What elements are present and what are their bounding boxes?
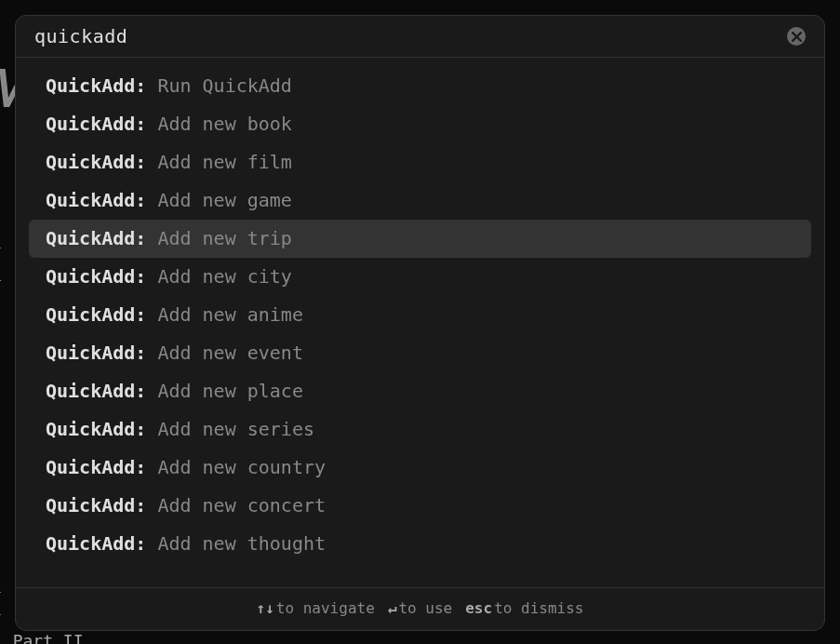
result-prefix: QuickAdd: xyxy=(46,303,146,326)
footer-hints: ↑↓ to navigate ↵ to use esc to dismiss xyxy=(16,587,824,630)
result-item[interactable]: QuickAdd: Add new game xyxy=(29,181,811,220)
close-icon xyxy=(792,32,802,42)
close-button[interactable] xyxy=(787,27,806,46)
result-action: Add new concert xyxy=(146,494,326,517)
navigate-text: to navigate xyxy=(276,599,375,617)
command-palette-modal: QuickAdd: Run QuickAddQuickAdd: Add new … xyxy=(15,15,825,631)
result-item[interactable]: QuickAdd: Add new series xyxy=(29,410,811,449)
navigate-key: ↑↓ xyxy=(257,599,274,617)
bg-text: S xyxy=(0,263,1,283)
dismiss-key: esc xyxy=(465,599,492,617)
result-prefix: QuickAdd: xyxy=(46,456,146,478)
bg-text: i xyxy=(0,575,1,595)
bg-text: h xyxy=(0,597,1,617)
result-prefix: QuickAdd: xyxy=(46,532,146,555)
result-prefix: QuickAdd: xyxy=(46,494,146,517)
search-input[interactable] xyxy=(34,25,787,47)
result-item[interactable]: QuickAdd: Add new thought xyxy=(29,525,811,563)
result-action: Add new city xyxy=(146,265,292,288)
result-prefix: QuickAdd: xyxy=(46,74,146,97)
result-item[interactable]: QuickAdd: Add new anime xyxy=(29,296,811,334)
search-bar xyxy=(16,16,824,58)
dismiss-hint: esc to dismiss xyxy=(465,599,583,617)
result-prefix: QuickAdd: xyxy=(46,227,146,249)
result-item[interactable]: QuickAdd: Add new film xyxy=(29,143,811,181)
result-item[interactable]: QuickAdd: Add new event xyxy=(29,334,811,372)
result-item[interactable]: QuickAdd: Add new trip xyxy=(29,220,811,258)
result-prefix: QuickAdd: xyxy=(46,113,146,135)
result-item[interactable]: QuickAdd: Add new city xyxy=(29,258,811,296)
navigate-hint: ↑↓ to navigate xyxy=(257,599,375,617)
result-action: Add new game xyxy=(146,189,292,211)
result-prefix: QuickAdd: xyxy=(46,418,146,440)
result-action: Run QuickAdd xyxy=(146,74,292,97)
result-prefix: QuickAdd: xyxy=(46,151,146,173)
use-hint: ↵ to use xyxy=(388,599,452,617)
result-prefix: QuickAdd: xyxy=(46,342,146,364)
result-action: Add new thought xyxy=(146,532,326,555)
result-prefix: QuickAdd: xyxy=(46,189,146,211)
result-prefix: QuickAdd: xyxy=(46,265,146,288)
result-item[interactable]: QuickAdd: Add new concert xyxy=(29,487,811,525)
result-action: Add new event xyxy=(146,342,303,364)
result-action: Add new book xyxy=(146,113,292,135)
result-item[interactable]: QuickAdd: Add new country xyxy=(29,449,811,487)
result-action: Add new series xyxy=(146,418,314,440)
use-text: to use xyxy=(398,599,452,617)
result-action: Add new country xyxy=(146,456,326,478)
results-list: QuickAdd: Run QuickAddQuickAdd: Add new … xyxy=(16,58,824,587)
result-item[interactable]: QuickAdd: Add new place xyxy=(29,372,811,410)
result-action: Add new anime xyxy=(146,303,303,326)
bg-text: c xyxy=(0,231,1,250)
result-action: Add new trip xyxy=(146,227,292,249)
result-action: Add new film xyxy=(146,151,292,173)
result-item[interactable]: QuickAdd: Add new book xyxy=(29,105,811,143)
use-key: ↵ xyxy=(388,599,397,617)
result-item[interactable]: QuickAdd: Run QuickAdd xyxy=(29,67,811,105)
result-action: Add new place xyxy=(146,380,303,402)
bg-text: : Part II xyxy=(0,631,84,644)
result-prefix: QuickAdd: xyxy=(46,380,146,402)
dismiss-text: to dismiss xyxy=(494,599,583,617)
